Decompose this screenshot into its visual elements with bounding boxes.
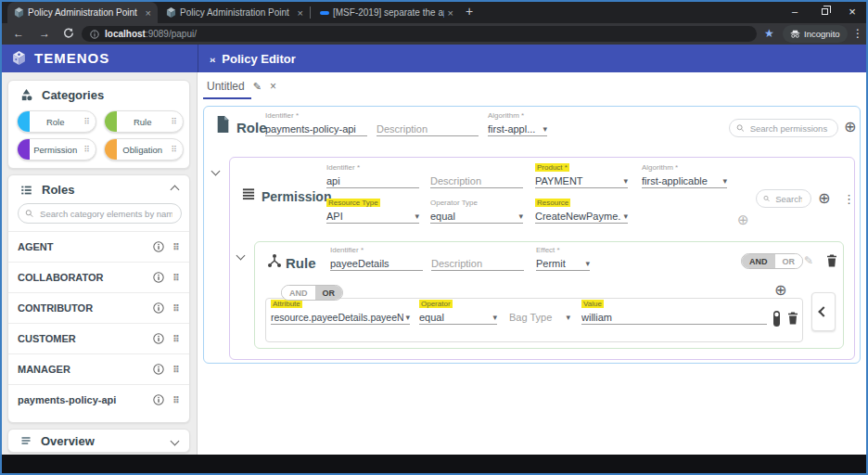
overview-card[interactable]: Overview	[7, 429, 190, 453]
edit-rule-icon[interactable]: ✎	[804, 254, 813, 267]
rule-identifier-field[interactable]: Identifier *	[330, 246, 423, 271]
new-tab-button[interactable]: +	[466, 4, 473, 19]
permission-description-field[interactable]	[430, 163, 523, 188]
bookmark-star-icon[interactable]: ★	[764, 27, 774, 40]
rule-description-field[interactable]	[431, 246, 524, 271]
category-search[interactable]	[18, 203, 182, 224]
toggle-and[interactable]: AND	[742, 254, 775, 268]
collapse-panel-icon[interactable]: ›‹	[210, 54, 214, 65]
category-chip-obligation[interactable]: Obligation ⠿	[104, 138, 184, 160]
permission-identifier-input[interactable]	[326, 175, 419, 186]
info-icon[interactable]	[153, 272, 164, 283]
category-chip-rule[interactable]: Rule ⠿	[104, 110, 184, 133]
condition-bag-type-select[interactable]: Bag Type▾	[509, 300, 570, 325]
back-icon[interactable]: ←	[13, 27, 24, 40]
info-icon[interactable]	[153, 302, 164, 314]
drag-handle-icon[interactable]: ⠿	[172, 303, 180, 314]
drag-handle-icon[interactable]: ⠿	[171, 145, 183, 154]
close-icon[interactable]: ×	[270, 80, 276, 93]
delete-condition-icon[interactable]	[787, 312, 798, 325]
browser-menu-icon[interactable]: ⋮	[852, 27, 863, 40]
info-icon[interactable]	[153, 364, 164, 375]
policy-tab-untitled[interactable]: Untitled ✎ ×	[207, 80, 276, 93]
info-icon[interactable]	[153, 394, 164, 405]
category-chip-permission[interactable]: Permission ⠿	[17, 138, 96, 160]
info-icon[interactable]	[153, 241, 164, 252]
role-list-item[interactable]: payments-policy-api ⠿	[8, 384, 189, 415]
chevron-up-icon[interactable]	[171, 186, 180, 195]
rule-search[interactable]	[756, 189, 811, 208]
category-search-input[interactable]	[38, 208, 174, 220]
drag-handle-icon[interactable]: ⠿	[172, 334, 180, 344]
permission-search-input[interactable]	[748, 122, 831, 135]
rule-effect-select[interactable]: Effect * Permit▾	[536, 246, 590, 271]
rule-identifier-input[interactable]	[330, 258, 423, 269]
collapse-rule-icon[interactable]	[236, 251, 246, 261]
rule-search-input[interactable]	[773, 193, 804, 205]
collapse-condition-button[interactable]	[811, 292, 836, 331]
role-description-input[interactable]	[377, 123, 479, 135]
role-list-item[interactable]: COLLABORATOR ⠿	[8, 262, 189, 292]
window-close-button[interactable]: ×	[838, 0, 866, 22]
browser-tab-1[interactable]: Policy Administration Point ×	[7, 2, 158, 23]
drag-handle-icon[interactable]: ⠿	[83, 145, 96, 154]
tab-close-icon[interactable]: ×	[298, 7, 303, 19]
window-restore-button[interactable]	[811, 0, 838, 22]
browser-tab-3[interactable]: [MSF-2019] separate the api and ×	[313, 2, 460, 23]
page-info-icon[interactable]	[90, 30, 99, 39]
condition-and-or-toggle[interactable]: AND OR	[281, 285, 343, 301]
role-algorithm-select[interactable]: Algorithm * first-appl...▾	[488, 111, 547, 136]
add-rule-icon[interactable]: ⊕	[818, 191, 830, 206]
drag-handle-icon[interactable]: ⠿	[172, 395, 180, 405]
edit-icon[interactable]: ✎	[253, 81, 262, 93]
collapse-permission-icon[interactable]	[211, 167, 221, 176]
role-list-item[interactable]: AGENT ⠿	[8, 231, 189, 262]
permission-operator-type-select[interactable]: Operator Type equal▾	[430, 199, 523, 224]
window-minimize-button[interactable]: –	[781, 0, 809, 22]
permission-resource-type-select[interactable]: Resource Type API▾	[326, 199, 419, 224]
permission-identifier-field[interactable]: Identifier *	[326, 163, 419, 188]
address-bar[interactable]: localhost:9089/papui/	[82, 26, 757, 42]
tab-close-icon[interactable]: ×	[448, 7, 453, 19]
chevron-down-icon[interactable]	[171, 436, 180, 445]
roles-header[interactable]: Roles	[8, 175, 189, 200]
drag-handle-icon[interactable]: ⠿	[172, 242, 180, 252]
role-identifier-field[interactable]: Identifier *	[265, 111, 367, 136]
drag-handle-icon[interactable]: ⠿	[172, 365, 180, 375]
toggle-value-icon[interactable]	[772, 310, 781, 327]
condition-value-input[interactable]	[581, 312, 767, 323]
toggle-or[interactable]: OR	[315, 286, 343, 300]
add-icon[interactable]: ⊕	[737, 212, 749, 226]
condition-value-field[interactable]: Value	[581, 300, 767, 325]
category-chip-role[interactable]: Role ⠿	[17, 110, 96, 133]
permission-algorithm-select[interactable]: Algorithm * first-applicable▾	[642, 163, 727, 188]
condition-operator-select[interactable]: Operator equal▾	[419, 300, 497, 325]
role-list-item[interactable]: MANAGER ⠿	[8, 353, 189, 384]
role-list-item[interactable]: CONTRIBUTOR ⠿	[8, 292, 189, 323]
toggle-or[interactable]: OR	[775, 254, 803, 268]
add-permission-icon[interactable]: ⊕	[844, 120, 856, 135]
browser-tab-2[interactable]: Policy Administration Point ×	[160, 2, 310, 23]
permission-product-select[interactable]: Product * PAYMENT▾	[535, 163, 628, 188]
role-description-field[interactable]	[377, 111, 479, 136]
info-icon[interactable]	[153, 333, 164, 344]
reload-icon[interactable]	[63, 28, 74, 39]
rule-description-input[interactable]	[431, 258, 524, 269]
rule-and-or-toggle[interactable]: AND OR	[741, 253, 803, 269]
tab-close-icon[interactable]: ×	[146, 7, 151, 19]
toggle-and[interactable]: AND	[282, 286, 315, 300]
permission-description-input[interactable]	[430, 175, 523, 186]
delete-rule-icon[interactable]	[826, 254, 837, 267]
permission-menu-icon[interactable]: ⋮	[843, 192, 855, 206]
drag-handle-icon[interactable]: ⠿	[83, 117, 96, 126]
add-condition-icon[interactable]: ⊕	[774, 283, 786, 298]
drag-handle-icon[interactable]: ⠿	[171, 117, 183, 126]
role-identifier-input[interactable]	[265, 123, 367, 135]
condition-attribute-select[interactable]: Attribute resource.payeeDetails.payeeN..…	[271, 300, 410, 325]
permission-search[interactable]	[729, 119, 838, 137]
screen: Policy Administration Point × Policy Adm…	[0, 0, 868, 475]
permission-resource-select[interactable]: Resource CreateNewPayme...▾	[535, 199, 628, 224]
forward-icon[interactable]: →	[39, 27, 50, 40]
role-list-item[interactable]: CUSTOMER ⠿	[8, 323, 189, 353]
drag-handle-icon[interactable]: ⠿	[172, 273, 180, 283]
